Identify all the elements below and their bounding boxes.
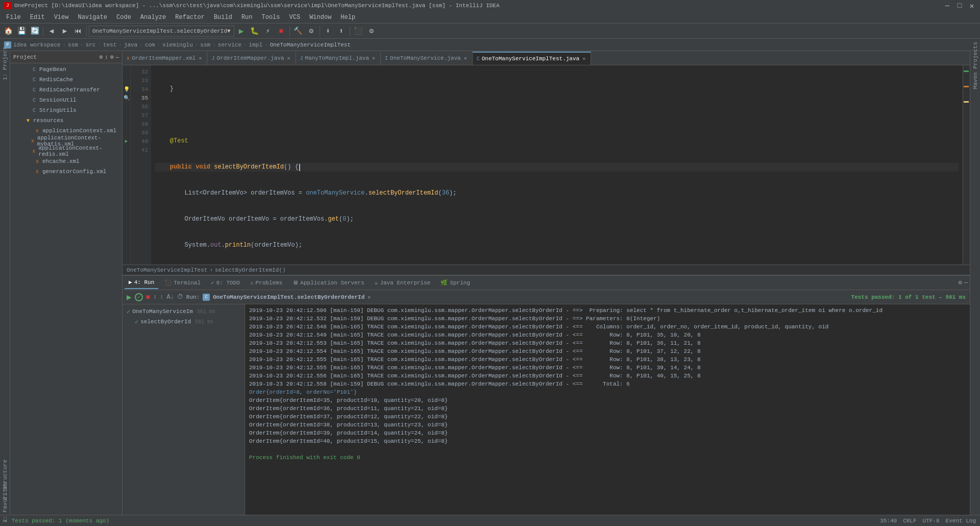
menu-vcs[interactable]: VCS [285, 13, 305, 22]
git-update-btn[interactable]: ⬇ [322, 25, 334, 37]
breadcrumb-service[interactable]: service [218, 42, 241, 48]
tab-close-btn[interactable]: ✕ [286, 55, 291, 61]
debug-btn[interactable]: 🐛 [249, 25, 261, 37]
bottom-tab-terminal[interactable]: ⬛ Terminal [160, 277, 205, 289]
close-button[interactable]: ✕ [968, 2, 976, 10]
test-root-item[interactable]: ✓ OneToManyServiceIm 561 ms [125, 306, 242, 317]
tree-rediscachetransfer[interactable]: C RedisCacheTransfer [10, 85, 122, 95]
minimize-button[interactable]: — [943, 2, 951, 10]
bottom-tab-javaee[interactable]: ☕ Java Enterprise [371, 277, 435, 289]
breadcrumb-ssm2[interactable]: ssm [200, 42, 210, 48]
bottom-tab-todo[interactable]: ✓ 6: TODO [207, 277, 244, 289]
tab-onetomanyserviceimpltest[interactable]: C OneToManyServiceImplTest.java ✕ [473, 52, 591, 65]
run-config-dropdown[interactable]: OneToManyServiceImplTest.selectByOrderId… [89, 26, 234, 37]
bottom-tab-run[interactable]: ▶ 4: Run [125, 277, 158, 289]
settings-btn[interactable]: ⚙ [365, 25, 378, 37]
stop-icon[interactable]: ■ [146, 293, 150, 301]
run-indicator[interactable]: 🔍 [124, 93, 130, 102]
tab-close-btn[interactable]: ✕ [371, 55, 376, 61]
menu-view[interactable]: View [50, 13, 73, 22]
project-icon-btn[interactable]: 🏠 [2, 25, 14, 37]
sort-alpha-icon[interactable]: A↓ [166, 294, 174, 301]
sidebar-project-btn[interactable]: 1: Project [1, 53, 9, 74]
settings-icon[interactable]: ⚙ [959, 279, 962, 286]
breadcrumb-test[interactable]: test [103, 42, 116, 48]
menu-window[interactable]: Window [305, 13, 335, 22]
menu-help[interactable]: Help [336, 13, 359, 22]
breadcrumb-file[interactable]: OneToManyServiceImplTest [270, 42, 351, 48]
project-gear-icon[interactable]: ⚙ [110, 54, 114, 60]
tree-rediscache[interactable]: C RedisCache [10, 75, 122, 85]
tree-pagebean[interactable]: C PageBean [10, 64, 122, 75]
sidebar-favorites-btn[interactable]: 2: Favorites [1, 492, 9, 513]
menu-code[interactable]: Code [112, 13, 135, 22]
menu-navigate[interactable]: Navigate [74, 13, 111, 22]
tab-orderitemmapper-java[interactable]: J OrderItemMapper.java ✕ [207, 52, 296, 65]
breadcrumb-com[interactable]: com [145, 42, 155, 48]
run-with-coverage-btn[interactable]: ⚡ [262, 25, 274, 37]
menu-refactor[interactable]: Refactor [171, 13, 209, 22]
rerun-failed-icon[interactable]: ↕ [160, 294, 163, 301]
close-bottom-icon[interactable]: — [964, 279, 968, 286]
tab-manytomanyimpl[interactable]: J ManyToManyImpl.java ✕ [296, 52, 381, 65]
menu-tools[interactable]: Tools [258, 13, 284, 22]
breadcrumb-impl[interactable]: impl [249, 42, 262, 48]
test-child-item[interactable]: ✓ selectByOrderId 561 ms [125, 317, 242, 327]
tree-stringutils[interactable]: C StringUtils [10, 105, 122, 115]
project-sync-icon[interactable]: ↕ [105, 54, 108, 60]
maximize-button[interactable]: □ [955, 2, 964, 10]
run-play-icon[interactable]: ▶ [127, 292, 132, 302]
run-btn[interactable]: ▶ [235, 25, 248, 37]
code-content[interactable]: } @Test public void selectByOrderItemId … [151, 65, 963, 265]
maven-btn[interactable]: Maven Projects [971, 55, 979, 76]
build2-btn[interactable]: ⚙ [305, 25, 317, 37]
tab-orderitemmapper-xml[interactable]: x OrderItemMapper.xml ✕ [122, 52, 207, 65]
project-settings-icon[interactable]: ⚙ [100, 54, 103, 60]
tree-sessionutil[interactable]: C SessionUtil [10, 95, 122, 105]
breadcrumb-idea-workspace[interactable]: idea workspace [13, 42, 60, 48]
sync-btn[interactable]: 🔄 [29, 25, 41, 37]
menu-run[interactable]: Run [237, 13, 257, 22]
breadcrumb-xieminglu[interactable]: xieminglu [162, 42, 192, 48]
back-btn[interactable]: ◀ [45, 25, 58, 37]
build-btn[interactable]: 🔨 [292, 25, 304, 37]
save-btn[interactable]: 💾 [15, 25, 28, 37]
encoding-label[interactable]: UTF-8 [923, 518, 940, 524]
bottom-tab-spring[interactable]: 🌿 Spring [436, 277, 474, 289]
menu-analyze[interactable]: Analyze [136, 13, 170, 22]
tree-appcontext-redis[interactable]: x applicationContext-redis.xml [10, 146, 122, 156]
breadcrumb-src[interactable]: src [85, 42, 95, 48]
terminal-btn[interactable]: ⬛ [352, 25, 364, 37]
project-minimize-icon[interactable]: — [115, 54, 119, 60]
tab-onetomanyservice[interactable]: I OneToManyService.java ✕ [381, 52, 473, 65]
rerun-icon[interactable]: ↕ [153, 294, 157, 301]
run-close-btn[interactable]: ✕ [368, 294, 371, 300]
run-indicator2[interactable]: ▶ [125, 137, 128, 146]
code-breadcrumb-class[interactable]: OneToManyServiceImplTest [127, 267, 207, 273]
sort-duration-icon[interactable]: ⏱ [177, 293, 183, 301]
tree-appcontext[interactable]: x applicationContext.xml [10, 126, 122, 136]
tab-close-btn[interactable]: ✕ [581, 56, 586, 62]
breadcrumb-ssm[interactable]: ssm [68, 42, 78, 48]
git-push-btn[interactable]: ⬆ [335, 25, 348, 37]
bottom-tab-appservers[interactable]: 🖥 Application Servers [288, 277, 368, 289]
event-log-link[interactable]: Event Log [946, 518, 976, 524]
code-breadcrumb-method[interactable]: selectByOrderItemId() [215, 267, 286, 273]
recent-files-btn[interactable]: ⏮ [72, 25, 84, 37]
tree-ehcache[interactable]: x ehcache.xml [10, 156, 122, 166]
right-gutter[interactable] [963, 65, 970, 265]
menu-file[interactable]: File [2, 13, 25, 22]
bottom-tab-problems[interactable]: ⚠ Problems [246, 277, 286, 289]
tab-close-btn[interactable]: ✕ [463, 55, 468, 61]
forward-btn[interactable]: ▶ [59, 25, 71, 37]
stop-btn[interactable]: ■ [275, 25, 287, 37]
menu-edit[interactable]: Edit [26, 13, 49, 22]
breadcrumb-java[interactable]: java [124, 42, 137, 48]
tab-close-btn[interactable]: ✕ [198, 55, 203, 61]
position-label[interactable]: 35:40 [880, 518, 897, 524]
title-bar-controls[interactable]: — □ ✕ [943, 2, 976, 10]
tree-generatorconfig[interactable]: x generatorConfig.xml [10, 166, 122, 177]
tree-appcontext-mybatis[interactable]: x applicationContext-mybatis.xml [10, 136, 122, 146]
tree-resources[interactable]: ▼ resources [10, 115, 122, 126]
line-ending-label[interactable]: CRLF [903, 518, 916, 524]
